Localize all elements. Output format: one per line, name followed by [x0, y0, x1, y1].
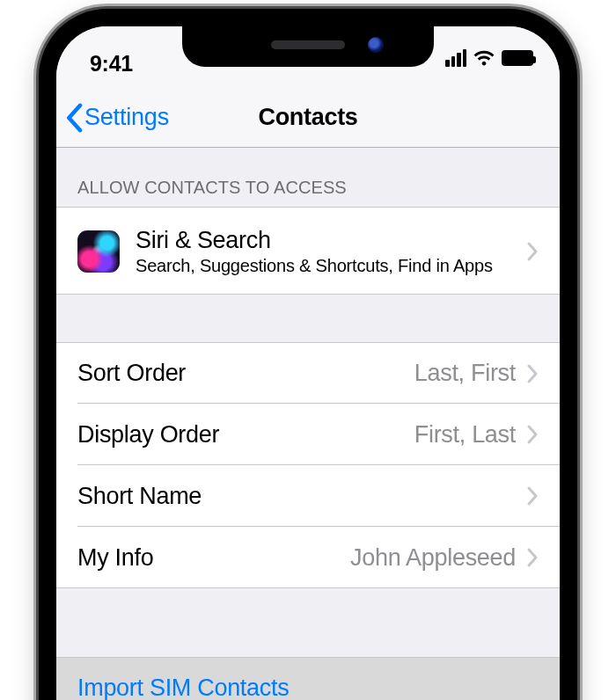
group-gap: [56, 588, 560, 657]
row-sort-order[interactable]: Sort Order Last, First: [56, 342, 560, 404]
status-time: 9:41: [90, 51, 133, 77]
row-value: First, Last: [414, 421, 516, 448]
siri-icon: [77, 230, 120, 273]
row-label: Import SIM Contacts: [77, 674, 289, 700]
row-label: Display Order: [77, 421, 219, 448]
row-siri-search[interactable]: Siri & Search Search, Suggestions & Shor…: [56, 207, 560, 295]
row-short-name[interactable]: Short Name: [56, 465, 560, 527]
row-display-order[interactable]: Display Order First, Last: [56, 404, 560, 465]
wifi-icon: [473, 49, 495, 67]
speaker-grille: [271, 40, 345, 49]
row-value: John Appleseed: [350, 544, 516, 572]
row-my-info[interactable]: My Info John Appleseed: [56, 527, 560, 588]
phone-frame: 9:41 Settings: [39, 9, 577, 700]
row-label: My Info: [77, 544, 153, 572]
notch: [182, 26, 434, 67]
siri-text: Siri & Search Search, Suggestions & Shor…: [136, 216, 493, 287]
status-right: [445, 49, 533, 67]
row-label: Short Name: [77, 483, 202, 510]
front-camera: [368, 37, 384, 53]
section-header-access: ALLOW CONTACTS TO ACCESS: [56, 148, 560, 207]
chevron-right-icon: [526, 485, 539, 507]
nav-title: Contacts: [56, 104, 560, 131]
chevron-right-icon: [526, 241, 539, 262]
row-label: Sort Order: [77, 360, 186, 387]
siri-title: Siri & Search: [136, 227, 493, 254]
power-button[interactable]: [577, 220, 583, 343]
row-value: Last, First: [414, 360, 516, 387]
chevron-right-icon: [526, 424, 539, 445]
chevron-right-icon: [526, 547, 539, 568]
nav-bar: Settings Contacts: [56, 88, 560, 148]
row-import-sim-contacts[interactable]: Import SIM Contacts: [56, 657, 560, 700]
group-gap: [56, 295, 560, 342]
battery-icon: [502, 50, 533, 66]
chevron-right-icon: [526, 363, 539, 384]
screen: 9:41 Settings: [56, 26, 560, 700]
siri-subtitle: Search, Suggestions & Shortcuts, Find in…: [136, 256, 493, 276]
cellular-signal-icon: [445, 49, 466, 67]
